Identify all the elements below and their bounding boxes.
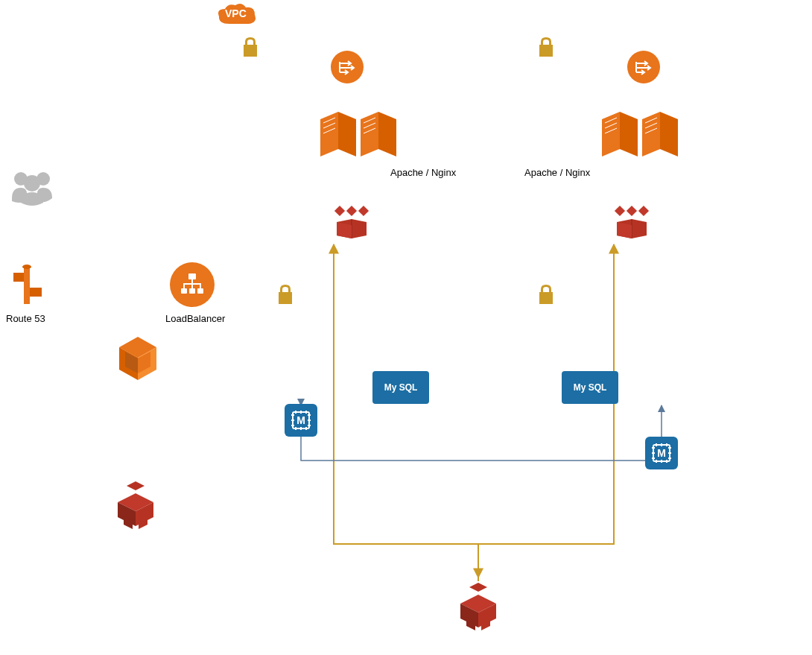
mysql-label: My SQL bbox=[384, 382, 418, 393]
vpc-label: VPC bbox=[225, 7, 247, 19]
mysql-label: My SQL bbox=[574, 382, 607, 393]
memcache-letter: M bbox=[657, 447, 666, 459]
memcache-icon: M bbox=[645, 437, 678, 469]
lock-icon bbox=[241, 36, 260, 61]
lock-icon bbox=[276, 283, 295, 308]
redis-icon bbox=[335, 207, 368, 243]
svg-point-10 bbox=[24, 175, 40, 192]
label-route53-label: Route 53 bbox=[3, 311, 48, 326]
svg-rect-13 bbox=[181, 288, 187, 294]
redis-icon bbox=[615, 207, 648, 243]
lock-icon bbox=[536, 283, 556, 308]
ec2-instances-icon bbox=[602, 112, 678, 159]
s3-icon bbox=[113, 480, 158, 535]
svg-point-11 bbox=[22, 265, 31, 269]
subnet-icon bbox=[627, 51, 660, 83]
connectors bbox=[0, 0, 812, 655]
cloudfront-icon bbox=[112, 334, 164, 389]
subnet-icon bbox=[331, 51, 364, 83]
s3-icon bbox=[456, 581, 501, 636]
memcache-icon: M bbox=[285, 404, 317, 437]
svg-rect-15 bbox=[197, 288, 203, 294]
route53-icon bbox=[9, 262, 49, 310]
mysql-icon: My SQL bbox=[562, 371, 618, 404]
label-apache-left-label: Apache / Nginx bbox=[387, 165, 459, 180]
vpc-icon: VPC bbox=[215, 1, 812, 34]
ec2-instances-icon bbox=[320, 112, 396, 159]
svg-rect-12 bbox=[188, 273, 196, 279]
label-loadbalancer-label: LoadBalancer bbox=[162, 311, 228, 326]
users-icon bbox=[6, 167, 58, 212]
loadbalancer-icon bbox=[170, 262, 215, 307]
label-apache-right-label: Apache / Nginx bbox=[521, 165, 593, 180]
svg-rect-14 bbox=[189, 288, 195, 294]
lock-icon bbox=[536, 36, 556, 61]
memcache-letter: M bbox=[296, 414, 305, 426]
mysql-icon: My SQL bbox=[372, 371, 429, 404]
